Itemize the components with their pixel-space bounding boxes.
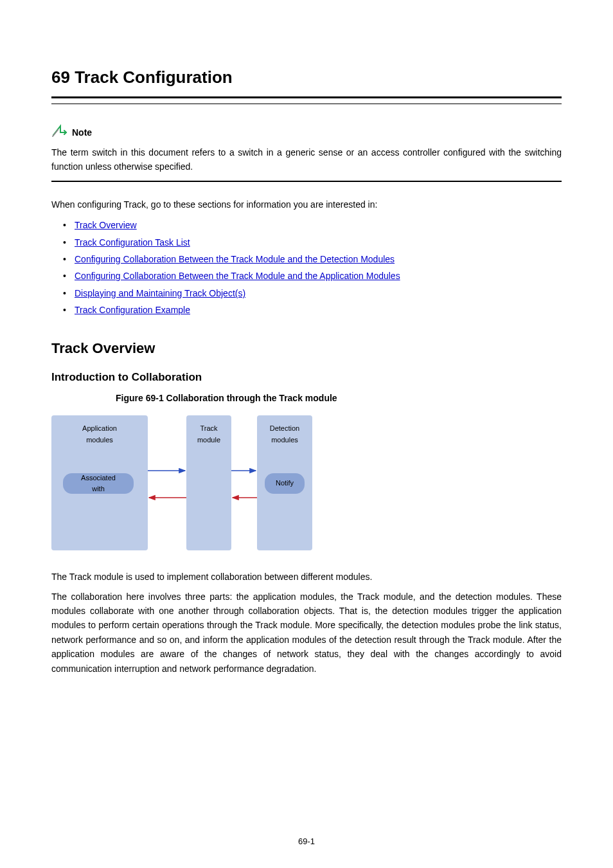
paragraph-1: The Track module is used to implement co… xyxy=(51,570,562,584)
link-collab-application[interactable]: Configuring Collaboration Between the Tr… xyxy=(75,271,400,281)
link-display-maintain[interactable]: Displaying and Maintaining Track Object(… xyxy=(75,288,245,298)
note-block: Note The term switch in this document re… xyxy=(51,123,562,174)
divider-thick xyxy=(51,96,562,98)
figure-caption-prefix: Figure 69-1 xyxy=(116,393,164,403)
section-title: Track Overview xyxy=(51,337,562,359)
page-number: 69-1 xyxy=(0,835,613,849)
figure-caption-text: Collaboration through the Track module xyxy=(166,393,337,403)
diagram-arrows xyxy=(51,409,312,557)
paragraph-2: The collaboration here involves three pa… xyxy=(51,590,562,676)
note-icon xyxy=(51,123,68,141)
intro-text: When configuring Track, go to these sect… xyxy=(51,197,562,212)
note-divider xyxy=(51,181,562,182)
figure-caption: Figure 69-1 Collaboration through the Tr… xyxy=(116,391,562,405)
link-collab-detection[interactable]: Configuring Collaboration Between the Tr… xyxy=(75,254,395,264)
chapter-title: 69 Track Configuration xyxy=(51,64,562,91)
divider-thin xyxy=(51,104,562,104)
link-track-overview[interactable]: Track Overview xyxy=(75,220,137,230)
link-list: Track Overview Track Configuration Task … xyxy=(51,218,562,317)
note-body: The term switch in this document refers … xyxy=(51,145,562,174)
link-task-list[interactable]: Track Configuration Task List xyxy=(75,237,190,248)
collaboration-diagram: Application modules Associated with Trac… xyxy=(51,409,312,557)
subsection-title: Introduction to Collaboration xyxy=(51,368,562,386)
link-config-example[interactable]: Track Configuration Example xyxy=(75,305,190,315)
note-label: Note xyxy=(72,125,92,140)
